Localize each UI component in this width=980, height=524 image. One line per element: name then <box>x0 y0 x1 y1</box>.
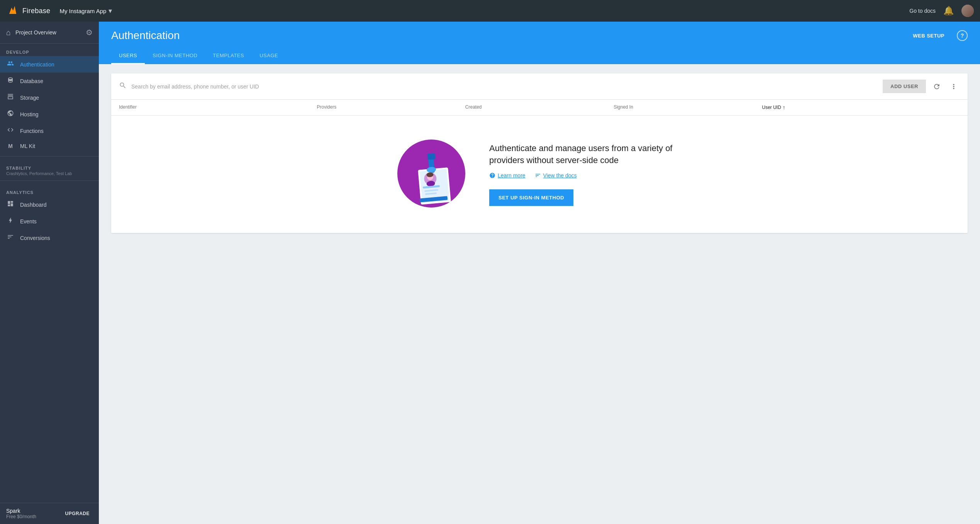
sidebar-footer: Spark Free $0/month UPGRADE <box>0 503 99 524</box>
help-icon[interactable]: ? <box>957 30 968 41</box>
people-icon <box>6 60 15 69</box>
sidebar-item-functions[interactable]: Functions <box>0 122 99 139</box>
firebase-brand-label: Firebase <box>22 7 50 15</box>
mlkit-icon: M <box>6 143 15 149</box>
more-options-button[interactable] <box>948 80 960 93</box>
sidebar-storage-label: Storage <box>20 95 39 101</box>
project-name: My Instagram App <box>59 8 106 14</box>
search-icon <box>119 82 127 91</box>
page-title: Authentication <box>111 29 180 42</box>
firebase-logo: Firebase <box>6 5 50 17</box>
main-content: ADD USER Identifier Providers Created Si… <box>99 64 980 524</box>
empty-state-illustration <box>397 139 466 210</box>
develop-section-title: DEVELOP <box>6 50 93 54</box>
sidebar-authentication-label: Authentication <box>20 61 54 68</box>
empty-state-title: Authenticate and manage users from a var… <box>489 143 682 167</box>
tab-templates[interactable]: TEMPLATES <box>205 48 252 64</box>
database-icon <box>6 77 15 85</box>
page-header: Authentication WEB SETUP ? USERS SIGN-IN… <box>99 22 980 64</box>
sidebar-divider-2 <box>0 180 99 181</box>
hosting-icon <box>6 110 15 119</box>
col-signed-in: Signed In <box>614 104 762 111</box>
sort-arrow-icon: ↑ <box>783 104 785 111</box>
table-header: Identifier Providers Created Signed In U… <box>111 100 968 116</box>
tab-usage[interactable]: USAGE <box>252 48 286 64</box>
top-bar: Firebase My Instagram App ▾ Go to docs 🔔 <box>0 0 980 22</box>
empty-state-content: Authenticate and manage users from a var… <box>489 143 682 206</box>
tab-signin-method[interactable]: SIGN-IN METHOD <box>145 48 205 64</box>
refresh-button[interactable] <box>931 80 943 93</box>
sidebar-item-events[interactable]: Events <box>0 213 99 230</box>
learn-more-label: Learn more <box>498 172 526 179</box>
conversions-icon <box>6 233 15 242</box>
stability-section-header: STABILITY Crashlytics, Performance, Test… <box>0 160 99 177</box>
col-user-uid: User UID ↑ <box>762 104 960 111</box>
tab-users[interactable]: USERS <box>111 48 145 64</box>
events-icon <box>6 217 15 226</box>
sidebar-item-hosting[interactable]: Hosting <box>0 106 99 122</box>
sidebar-divider-1 <box>0 156 99 157</box>
sidebar-item-dashboard[interactable]: Dashboard <box>0 196 99 213</box>
upgrade-button[interactable]: UPGRADE <box>62 509 93 519</box>
sidebar-hosting-label: Hosting <box>20 111 38 117</box>
plan-info: Spark Free $0/month <box>6 508 36 519</box>
sidebar-conversions-label: Conversions <box>20 235 50 241</box>
dashboard-icon <box>6 200 15 209</box>
add-user-button[interactable]: ADD USER <box>883 80 926 93</box>
view-docs-link[interactable]: View the docs <box>535 172 577 179</box>
empty-state-links: Learn more View the docs <box>489 172 682 179</box>
notification-icon[interactable]: 🔔 <box>943 6 954 16</box>
home-icon: ⌂ <box>6 28 11 37</box>
storage-icon <box>6 93 15 102</box>
chevron-down-icon: ▾ <box>109 7 112 15</box>
stability-section-title: STABILITY <box>6 166 93 170</box>
sidebar-item-authentication[interactable]: Authentication <box>0 56 99 73</box>
stability-section-subtitle: Crashlytics, Performance, Test Lab <box>6 171 93 176</box>
avatar-image <box>961 5 974 17</box>
col-created: Created <box>465 104 614 111</box>
sidebar-functions-label: Functions <box>20 128 44 134</box>
sidebar-item-mlkit[interactable]: M ML Kit <box>0 139 99 153</box>
sidebar-mlkit-label: ML Kit <box>20 143 35 149</box>
header-right: WEB SETUP ? <box>907 30 968 42</box>
plan-name: Spark <box>6 508 36 514</box>
firebase-flame-icon <box>6 5 19 17</box>
search-input[interactable] <box>131 83 878 90</box>
sidebar: ⌂ Project Overview ⚙ DEVELOP Authenticat… <box>0 22 99 524</box>
empty-state: Authenticate and manage users from a var… <box>111 116 968 233</box>
learn-more-link[interactable]: Learn more <box>489 172 526 179</box>
setup-signin-method-button[interactable]: SET UP SIGN-IN METHOD <box>489 189 573 206</box>
sidebar-events-label: Events <box>20 218 37 225</box>
svg-rect-4 <box>427 153 435 160</box>
col-providers: Providers <box>317 104 465 111</box>
analytics-section-title: ANALYTICS <box>6 190 93 195</box>
user-avatar[interactable] <box>961 5 974 17</box>
search-bar: ADD USER <box>111 73 968 100</box>
project-selector[interactable]: My Instagram App ▾ <box>59 7 112 15</box>
go-to-docs-link[interactable]: Go to docs <box>909 8 936 14</box>
sidebar-item-conversions[interactable]: Conversions <box>0 230 99 246</box>
view-docs-label: View the docs <box>543 172 577 179</box>
gear-icon[interactable]: ⚙ <box>86 28 93 37</box>
tabs: USERS SIGN-IN METHOD TEMPLATES USAGE <box>111 48 968 64</box>
develop-section-header: DEVELOP <box>0 44 99 56</box>
functions-icon <box>6 126 15 135</box>
page-header-top: Authentication WEB SETUP ? <box>111 29 968 42</box>
sidebar-item-database[interactable]: Database <box>0 73 99 89</box>
sidebar-dashboard-label: Dashboard <box>20 202 47 208</box>
sidebar-item-storage[interactable]: Storage <box>0 89 99 106</box>
content-area: Authentication WEB SETUP ? USERS SIGN-IN… <box>99 22 980 524</box>
sidebar-overview[interactable]: ⌂ Project Overview ⚙ <box>0 22 99 44</box>
top-bar-actions: Go to docs 🔔 <box>909 5 974 17</box>
web-setup-button[interactable]: WEB SETUP <box>907 30 951 42</box>
plan-subtitle: Free $0/month <box>6 514 36 519</box>
analytics-section-header: ANALYTICS <box>0 184 99 196</box>
col-identifier: Identifier <box>119 104 317 111</box>
sidebar-database-label: Database <box>20 78 43 84</box>
main-layout: ⌂ Project Overview ⚙ DEVELOP Authenticat… <box>0 22 980 524</box>
users-panel: ADD USER Identifier Providers Created Si… <box>111 73 968 233</box>
sidebar-overview-label: Project Overview <box>15 29 81 36</box>
